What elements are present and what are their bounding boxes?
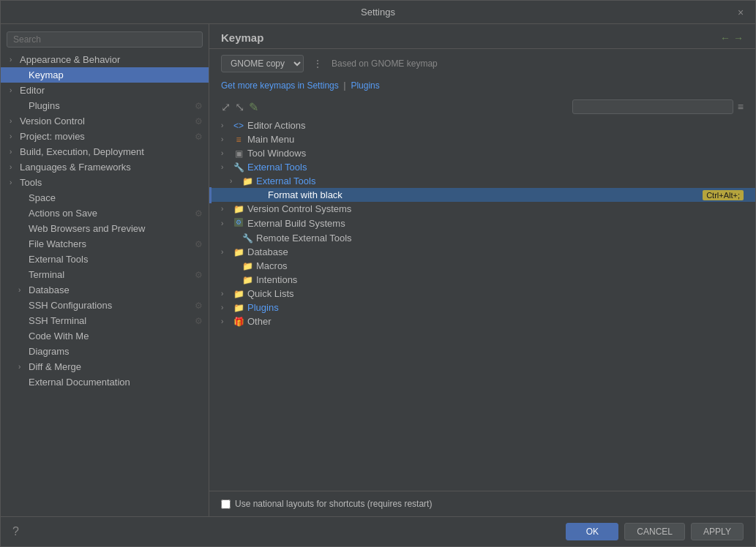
sidebar: › Appearance & Behavior Keymap › Editor … xyxy=(1,24,209,516)
back-button[interactable]: ← xyxy=(720,32,730,44)
settings-dialog: Settings × › Appearance & Behavior Keyma… xyxy=(0,0,756,547)
plugins-link[interactable]: Plugins xyxy=(351,80,379,91)
sidebar-item-label: SSH Configurations xyxy=(29,300,112,311)
settings-badge: ⚙ xyxy=(195,116,203,127)
remote-tools-icon: 🔧 xyxy=(242,233,253,244)
tree-item-label: Version Control Systems xyxy=(247,203,744,214)
dialog-title: Settings xyxy=(21,7,735,18)
national-layouts-bar: Use national layouts for shortcuts (requ… xyxy=(209,491,755,516)
tree-item-tool-windows[interactable]: › ▣ Tool Windows xyxy=(209,146,755,160)
quick-lists-icon: 📁 xyxy=(233,289,244,299)
more-options-button[interactable]: ⋮ xyxy=(310,58,326,69)
sidebar-item-label: Diff & Merge xyxy=(29,361,81,372)
sidebar-item-version-control[interactable]: › Version Control ⚙ xyxy=(1,113,209,129)
sidebar-item-label: Web Browsers and Preview xyxy=(29,223,145,234)
sidebar-item-ssh-terminal[interactable]: SSH Terminal ⚙ xyxy=(1,313,209,328)
tree-item-version-control-systems[interactable]: › 📁 Version Control Systems xyxy=(209,202,755,216)
sidebar-item-plugins[interactable]: Plugins ⚙ xyxy=(1,98,209,113)
sidebar-item-label: Actions on Save xyxy=(29,208,97,219)
sidebar-item-database[interactable]: › Database xyxy=(1,282,209,298)
sidebar-item-external-tools[interactable]: External Tools xyxy=(1,252,209,267)
tree-item-remote-external-tools[interactable]: 🔧 Remote External Tools xyxy=(209,231,755,245)
tree-item-main-menu[interactable]: › ≡ Main Menu xyxy=(209,132,755,146)
sidebar-item-label: Project: movies xyxy=(20,131,85,142)
chevron-icon: › xyxy=(221,248,230,256)
filter-button[interactable]: ≡ xyxy=(738,101,744,113)
keymap-select[interactable]: GNOME copy xyxy=(221,55,304,72)
shortcut-badge: Ctrl+Alt+; xyxy=(703,190,744,200)
sidebar-item-actions-on-save[interactable]: Actions on Save ⚙ xyxy=(1,205,209,221)
svg-text:⚙: ⚙ xyxy=(236,219,242,226)
sidebar-item-label: Tools xyxy=(20,177,42,188)
sidebar-item-editor[interactable]: › Editor xyxy=(1,83,209,98)
sidebar-item-appearance[interactable]: › Appearance & Behavior xyxy=(1,52,209,67)
sidebar-item-label: Terminal xyxy=(29,269,64,280)
close-button[interactable]: × xyxy=(735,7,746,18)
tree-item-other[interactable]: › 🎁 Other xyxy=(209,314,755,328)
plugins-icon: 📁 xyxy=(233,303,244,313)
chevron-icon: › xyxy=(10,86,17,94)
help-icon[interactable]: ? xyxy=(12,525,19,537)
apply-button[interactable]: APPLY xyxy=(691,523,744,540)
tree-item-external-tools-sub[interactable]: › 📁 External Tools xyxy=(209,174,755,188)
settings-badge: ⚙ xyxy=(195,208,203,219)
forward-button[interactable]: → xyxy=(733,32,744,44)
sidebar-item-ssh-configurations[interactable]: SSH Configurations ⚙ xyxy=(1,298,209,313)
tree-area: › <> Editor Actions › ≡ Main Menu › ▣ To… xyxy=(209,117,755,491)
tree-item-external-build-systems[interactable]: › ⚙ External Build Systems xyxy=(209,216,755,231)
sidebar-item-file-watchers[interactable]: File Watchers ⚙ xyxy=(1,236,209,252)
sidebar-item-diff-merge[interactable]: › Diff & Merge xyxy=(1,359,209,374)
chevron-icon: › xyxy=(221,163,230,171)
tree-item-label: Remote External Tools xyxy=(256,233,744,244)
tree-item-quick-lists[interactable]: › 📁 Quick Lists xyxy=(209,287,755,301)
sidebar-item-keymap[interactable]: Keymap xyxy=(1,67,209,83)
tree-item-label: External Tools xyxy=(247,162,744,173)
edit-shortcut-button[interactable]: ✎ xyxy=(249,100,258,114)
expand-all-button[interactable]: ⤢ xyxy=(221,100,231,114)
sidebar-item-build[interactable]: › Build, Execution, Deployment xyxy=(1,144,209,159)
sidebar-item-diagrams[interactable]: Diagrams xyxy=(1,344,209,359)
tree-item-macros[interactable]: 📁 Macros xyxy=(209,259,755,273)
sidebar-item-space[interactable]: Space xyxy=(1,190,209,205)
national-layouts-checkbox[interactable] xyxy=(221,499,231,509)
sidebar-item-tools[interactable]: › Tools xyxy=(1,175,209,190)
sidebar-search-input[interactable] xyxy=(7,31,203,48)
chevron-icon: › xyxy=(10,117,17,125)
chevron-icon: › xyxy=(221,303,230,312)
chevron-icon: › xyxy=(10,178,17,186)
cancel-button[interactable]: CANCEL xyxy=(624,523,685,540)
sidebar-item-code-with-me[interactable]: Code With Me xyxy=(1,328,209,344)
tree-item-format-with-black[interactable]: Format with black Ctrl+Alt+; xyxy=(209,188,755,202)
sidebar-item-external-documentation[interactable]: External Documentation xyxy=(1,374,209,390)
sidebar-item-project[interactable]: › Project: movies ⚙ xyxy=(1,129,209,144)
collapse-all-button[interactable]: ⤡ xyxy=(235,100,244,114)
sidebar-item-label: SSH Terminal xyxy=(29,315,86,326)
tree-item-intentions[interactable]: 📁 Intentions xyxy=(209,273,755,287)
tree-item-label: Main Menu xyxy=(247,134,744,145)
settings-badge: ⚙ xyxy=(195,270,203,280)
chevron-icon: › xyxy=(230,177,239,185)
tree-item-database[interactable]: › 📁 Database xyxy=(209,245,755,259)
get-more-keymaps-link[interactable]: Get more keymaps in Settings xyxy=(221,80,339,91)
nav-arrows: ← → xyxy=(720,32,744,44)
tree-item-label: Plugins xyxy=(247,302,744,313)
ok-button[interactable]: OK xyxy=(566,523,618,540)
sidebar-item-label: File Watchers xyxy=(29,238,86,249)
tree-item-label: External Tools xyxy=(256,176,744,186)
settings-badge: ⚙ xyxy=(195,132,203,142)
tree-item-external-tools-group[interactable]: › 🔧 External Tools xyxy=(209,160,755,174)
page-title: Keymap xyxy=(221,31,263,44)
sidebar-item-languages[interactable]: › Languages & Frameworks xyxy=(1,159,209,175)
database-icon: 📁 xyxy=(233,247,244,257)
national-layouts-label[interactable]: Use national layouts for shortcuts (requ… xyxy=(221,499,432,509)
tree-item-plugins[interactable]: › 📁 Plugins xyxy=(209,301,755,314)
sidebar-item-label: Plugins xyxy=(29,100,60,111)
tree-search-input[interactable] xyxy=(572,99,733,114)
chevron-icon: › xyxy=(18,286,26,294)
tree-item-editor-actions[interactable]: › <> Editor Actions xyxy=(209,118,755,132)
sidebar-item-web-browsers[interactable]: Web Browsers and Preview xyxy=(1,221,209,236)
sidebar-item-terminal[interactable]: Terminal ⚙ xyxy=(1,267,209,282)
chevron-icon: › xyxy=(18,363,26,371)
main-content: Keymap ← → GNOME copy ⋮ Based on GNOME k… xyxy=(209,24,755,516)
chevron-icon: › xyxy=(10,163,17,171)
